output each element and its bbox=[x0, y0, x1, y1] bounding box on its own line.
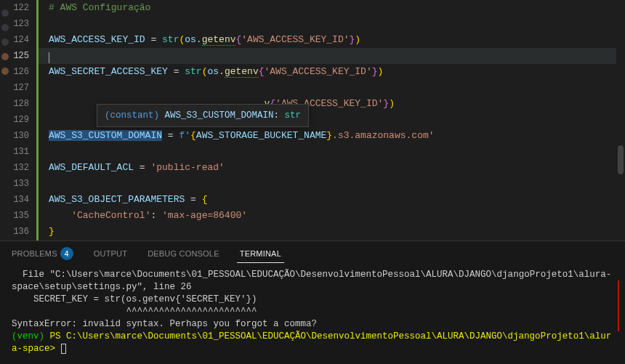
terminal-line: SECRET_KEY = str(os.getenv{'SECRET_KEY'}… bbox=[12, 294, 613, 306]
code-area[interactable]: # AWS Configuração AWS_ACCESS_KEY_ID = s… bbox=[39, 0, 625, 240]
text-cursor bbox=[49, 52, 49, 63]
panel-tabs: PROBLEMS4 OUTPUT DEBUG CONSOLE TERMINAL bbox=[0, 241, 625, 266]
line-number: 130 bbox=[0, 128, 29, 144]
line-number: 133 bbox=[0, 176, 29, 192]
line-number: 136 bbox=[0, 224, 29, 240]
terminal-prompt-line: (venv) PS C:\Users\marce\Documents\01_PE… bbox=[12, 331, 613, 355]
bottom-panel: PROBLEMS4 OUTPUT DEBUG CONSOLE TERMINAL … bbox=[0, 240, 625, 364]
breakpoint-gutter bbox=[1, 0, 9, 75]
line-number: 131 bbox=[0, 144, 29, 160]
terminal-line: SyntaxError: invalid syntax. Perhaps you… bbox=[12, 318, 613, 331]
code-line bbox=[49, 16, 625, 32]
tab-terminal[interactable]: TERMINAL bbox=[237, 245, 284, 263]
line-number: 129 bbox=[0, 112, 29, 128]
code-line: AWS_S3_OBJECT_PARAMETERS = { bbox=[49, 192, 625, 208]
terminal-line: ^^^^^^^^^^^^^^^^^^^^^^^^ bbox=[12, 306, 613, 318]
code-line: AWS_S3_CUSTOM_DOMAIN = f'{AWS_STORAGE_BU… bbox=[49, 128, 625, 144]
line-number: 127 bbox=[0, 80, 29, 96]
code-line bbox=[49, 144, 625, 160]
editor-pane[interactable]: 122 123 124 125 126 127 128 129 130 131 … bbox=[0, 0, 625, 240]
code-line: AWS_SECRET_ACCESS_KEY = str(os.getenv{'A… bbox=[49, 64, 625, 80]
terminal-error-marker bbox=[618, 280, 619, 331]
tab-problems[interactable]: PROBLEMS4 bbox=[9, 243, 76, 264]
hover-tooltip: (constant) AWS_S3_CUSTOM_DOMAIN: str bbox=[97, 104, 309, 127]
tab-output[interactable]: OUTPUT bbox=[91, 245, 130, 262]
terminal-line: File "C:\Users\marce\Documents\01_PESSOA… bbox=[12, 269, 613, 294]
code-line: AWS_ACCESS_KEY_ID = str(os.getenv{'AWS_A… bbox=[49, 32, 625, 48]
code-line: # AWS Configuração bbox=[49, 0, 625, 16]
terminal-cursor bbox=[61, 344, 66, 354]
line-number: 128 bbox=[0, 96, 29, 112]
code-line bbox=[49, 80, 625, 96]
line-number: 135 bbox=[0, 208, 29, 224]
code-line: } bbox=[49, 224, 625, 240]
code-line bbox=[49, 48, 625, 64]
code-line bbox=[49, 176, 625, 192]
terminal[interactable]: File "C:\Users\marce\Documents\01_PESSOA… bbox=[0, 266, 625, 364]
code-line: 'CacheControl': 'max-age=86400' bbox=[49, 208, 625, 224]
line-number: 134 bbox=[0, 192, 29, 208]
problems-badge: 4 bbox=[60, 247, 73, 260]
line-number: 132 bbox=[0, 160, 29, 176]
tab-debug-console[interactable]: DEBUG CONSOLE bbox=[145, 245, 222, 262]
code-line: AWS_DEFAULT_ACL = 'public-read' bbox=[49, 160, 625, 176]
